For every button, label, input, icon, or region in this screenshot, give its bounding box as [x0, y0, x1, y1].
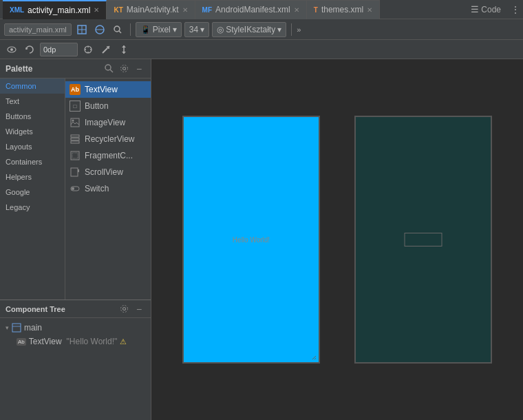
switch-icon	[70, 183, 81, 194]
svg-rect-29	[78, 169, 79, 172]
tab-android-manifest[interactable]: MF AndroidManifest.xml ✕	[195, 0, 307, 19]
code-icon: ☰	[471, 4, 479, 14]
code-button[interactable]: ☰ Code	[467, 3, 505, 16]
svg-rect-25	[71, 141, 79, 143]
close-icon[interactable]: ✕	[94, 6, 99, 14]
category-containers[interactable]: Containers	[0, 154, 65, 169]
hamburger-icon[interactable]: ⋮	[508, 4, 523, 15]
eye-button[interactable]	[4, 42, 19, 57]
svg-rect-27	[72, 153, 78, 158]
tree-settings-button[interactable]	[118, 303, 130, 315]
tab-themes-label: themes.xml	[321, 5, 363, 14]
palette-header: Palette −	[0, 59, 151, 78]
category-legacy[interactable]: Legacy	[0, 200, 65, 215]
category-text[interactable]: Text	[0, 94, 65, 109]
api-dropdown[interactable]: 34 ▾	[184, 22, 209, 37]
left-panel: Palette −	[0, 59, 151, 420]
tab-activity-main[interactable]: XML activity_main.xml ✕	[3, 0, 107, 19]
refresh-button[interactable]	[22, 42, 37, 57]
style-icon: ◎	[217, 25, 224, 34]
svg-rect-28	[71, 168, 78, 176]
tree-textview-value: "Hello World!"	[67, 337, 118, 346]
tree-textview-icon: Ab	[17, 338, 26, 346]
category-helpers[interactable]: Helpers	[0, 169, 65, 185]
palette-title: Palette	[6, 64, 32, 74]
tree-title: Component Tree	[6, 305, 65, 313]
widget-recyclerview[interactable]: RecyclerView	[65, 131, 151, 147]
expand-arrow: ▾	[6, 324, 9, 331]
dp-input[interactable]	[40, 43, 78, 56]
magic-button[interactable]	[98, 42, 114, 57]
phone-light[interactable]: Hello World!	[182, 116, 320, 364]
svg-point-32	[122, 308, 125, 311]
tab-main-activity[interactable]: KT MainActivity.kt ✕	[107, 0, 195, 19]
palette-settings-button[interactable]	[118, 63, 130, 75]
pixel-dropdown[interactable]: 📱 Pixel ▾	[136, 22, 182, 37]
svg-point-31	[72, 187, 74, 190]
widget-imageview[interactable]: ImageView	[65, 114, 151, 131]
widget-switch[interactable]: Switch	[65, 180, 151, 197]
category-widgets[interactable]: Widgets	[0, 124, 65, 139]
svg-line-6	[119, 31, 121, 33]
widget-scrollview[interactable]: ScrollView	[65, 164, 151, 180]
widget-recyclerview-label: RecyclerView	[85, 134, 134, 144]
palette-widgets: Ab TextView □ Button	[65, 78, 151, 300]
svg-point-19	[122, 67, 125, 70]
svg-rect-34	[12, 324, 21, 332]
category-common[interactable]: Common	[0, 78, 65, 94]
design-mode-button[interactable]	[74, 22, 89, 37]
canvas-area: Hello World!	[151, 59, 523, 420]
tree-minimize-button[interactable]: −	[133, 303, 145, 315]
widget-button[interactable]: □ Button	[65, 98, 151, 114]
svg-point-8	[10, 48, 13, 51]
textview-icon: Ab	[70, 84, 81, 95]
small-rect	[405, 233, 442, 246]
resize-handle-light[interactable]	[310, 354, 317, 361]
warning-icon: ⚠	[120, 337, 127, 346]
tab-android-manifest-label: AndroidManifest.xml	[215, 5, 290, 14]
widget-textview[interactable]: Ab TextView	[65, 81, 151, 98]
hello-world-text: Hello World!	[233, 236, 270, 244]
code-label: Code	[481, 5, 501, 14]
api-dropdown-arrow: ▾	[200, 25, 204, 34]
tab-themes[interactable]: T themes.xml ✕	[307, 0, 380, 19]
zoom-button[interactable]	[110, 22, 125, 37]
widget-fragmentcontainer[interactable]: FragmentC...	[65, 147, 151, 164]
close-icon-4[interactable]: ✕	[367, 6, 372, 14]
svg-point-20	[120, 65, 127, 72]
tree-item-textview[interactable]: Ab TextView "Hello World!" ⚠	[6, 335, 145, 348]
svg-rect-23	[71, 135, 79, 137]
tab-main-activity-label: MainActivity.kt	[127, 5, 179, 14]
close-icon-3[interactable]: ✕	[294, 6, 299, 14]
svg-point-33	[120, 306, 127, 313]
widget-scrollview-label: ScrollView	[85, 167, 123, 177]
style-dropdown-arrow: ▾	[277, 25, 281, 34]
dropdown-arrow: ▾	[173, 25, 177, 34]
category-layouts[interactable]: Layouts	[0, 139, 65, 154]
pixel-label: Pixel	[153, 25, 171, 34]
category-buttons[interactable]: Buttons	[0, 109, 65, 124]
style-label: StyleIKształty	[226, 25, 275, 34]
widget-button-label: Button	[85, 101, 109, 111]
align-button[interactable]	[116, 42, 131, 57]
tree-item-main-label: main	[24, 323, 42, 333]
tab-activity-main-label: activity_main.xml	[28, 6, 90, 15]
constraint-button[interactable]	[81, 42, 96, 57]
phone-dark[interactable]	[354, 116, 492, 364]
fragmentcontainer-icon	[70, 150, 81, 161]
component-tree-section: Component Tree − ▾	[0, 300, 151, 420]
close-icon-2[interactable]: ✕	[182, 6, 188, 14]
tree-item-main[interactable]: ▾ main	[6, 321, 145, 335]
palette-minimize-button[interactable]: −	[133, 63, 145, 75]
widget-imageview-label: ImageView	[85, 118, 125, 127]
main-layout: Palette −	[0, 59, 523, 420]
palette-search-button[interactable]	[103, 63, 115, 75]
category-google[interactable]: Google	[0, 185, 65, 200]
widget-switch-label: Switch	[85, 184, 109, 193]
svg-line-14	[103, 48, 107, 53]
separator-1	[130, 23, 131, 36]
imageview-icon	[70, 117, 81, 128]
tab-kt-icon: KT	[114, 6, 122, 14]
blueprint-button[interactable]	[92, 22, 107, 37]
style-dropdown[interactable]: ◎ StyleIKształty ▾	[212, 22, 286, 37]
